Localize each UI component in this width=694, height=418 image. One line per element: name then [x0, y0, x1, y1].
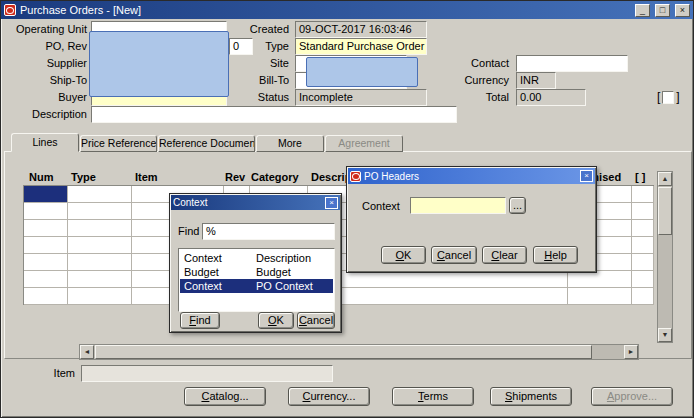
column-header-rev: Rev	[225, 171, 245, 183]
scroll-left-icon[interactable]: ◄	[80, 345, 94, 359]
redacted-region	[306, 57, 418, 87]
table-cell[interactable]	[68, 203, 132, 220]
contact-field[interactable]	[516, 55, 628, 72]
table-cell[interactable]	[632, 186, 654, 203]
tab-reference-documents[interactable]: Reference Documents	[158, 135, 255, 152]
table-cell[interactable]	[632, 220, 654, 237]
table-cell[interactable]	[308, 288, 568, 305]
table-cell[interactable]	[568, 288, 632, 305]
lov-list-header: Context Description	[180, 251, 333, 265]
cancel-button[interactable]: Cancel	[431, 246, 477, 264]
context-input[interactable]	[410, 197, 506, 214]
table-cell[interactable]	[24, 254, 68, 271]
table-cell[interactable]	[632, 237, 654, 254]
table-horizontal-scrollbar[interactable]: ◄ ►	[79, 344, 639, 360]
lov-ellipsis-button[interactable]: ...	[509, 197, 526, 214]
redacted-region	[89, 31, 229, 97]
column-header-category: Category	[251, 171, 299, 183]
table-cell[interactable]	[68, 288, 132, 305]
lov-cancel-button[interactable]: Cancel	[297, 312, 335, 329]
description-field[interactable]	[91, 106, 457, 123]
lov-list[interactable]: Context Description Budget Budget Contex…	[178, 248, 335, 312]
context-dialog-title: Context	[173, 197, 322, 208]
table-cell[interactable]	[24, 237, 68, 254]
column-header-num: Num	[29, 171, 53, 183]
table-cell[interactable]	[24, 271, 68, 288]
close-icon[interactable]: ×	[675, 4, 690, 17]
po-headers-dialog-titlebar[interactable]: PO Headers ×	[348, 168, 595, 184]
lov-row-context-selected[interactable]: Context PO Context	[180, 279, 333, 293]
table-cell[interactable]	[24, 220, 68, 237]
ok-button[interactable]: OK	[381, 246, 426, 264]
table-cell[interactable]	[632, 271, 654, 288]
terms-button[interactable]: Terms	[392, 387, 474, 406]
close-icon[interactable]: ×	[580, 170, 593, 182]
item-label: Item	[29, 365, 75, 382]
po-headers-dialog: PO Headers × Context ... OK Cancel Clear…	[346, 166, 597, 273]
lov-cell: Budget	[256, 265, 291, 279]
po-rev-label: PO, Rev	[3, 38, 87, 55]
table-cell[interactable]	[24, 203, 68, 220]
supplier-label: Supplier	[3, 55, 87, 72]
help-button[interactable]: Help	[533, 246, 578, 264]
catalog-button[interactable]: Catalog...	[184, 387, 266, 406]
item-field[interactable]	[81, 365, 333, 382]
currency-button[interactable]: Currency...	[288, 387, 370, 406]
table-vertical-scrollbar[interactable]: ▲ ▼	[657, 171, 673, 343]
tab-agreement[interactable]: Agreement	[325, 135, 403, 152]
status-label: Status	[239, 89, 289, 106]
table-cell[interactable]	[68, 186, 132, 203]
header-flexfield-button[interactable]: [ ]	[657, 89, 680, 106]
created-label: Created	[239, 21, 289, 38]
table-cell[interactable]	[632, 203, 654, 220]
po-headers-dialog-title: PO Headers	[364, 171, 577, 182]
table-cell[interactable]	[632, 288, 654, 305]
currency-field: INR	[516, 72, 556, 89]
contact-label: Contact	[459, 55, 509, 72]
total-field: 0.00	[516, 89, 586, 106]
window-title: Purchase Orders - [New]	[20, 4, 630, 16]
lov-cell: Context	[184, 279, 222, 293]
currency-label: Currency	[459, 72, 509, 89]
table-cell[interactable]	[308, 271, 568, 288]
tab-lines[interactable]: Lines	[11, 133, 79, 152]
column-header-item: Item	[135, 171, 158, 183]
table-cell[interactable]	[68, 220, 132, 237]
table-cell[interactable]	[68, 254, 132, 271]
table-cell[interactable]	[68, 271, 132, 288]
horizontal-scrollbar-thumb[interactable]	[95, 345, 592, 359]
table-cell[interactable]	[68, 237, 132, 254]
tab-more[interactable]: More	[256, 135, 324, 152]
buyer-label: Buyer	[3, 89, 87, 106]
lov-header-context: Context	[184, 251, 222, 265]
focused-cell[interactable]	[24, 186, 68, 203]
scroll-right-icon[interactable]: ►	[624, 345, 638, 359]
scroll-down-icon[interactable]: ▼	[658, 328, 672, 342]
type-field[interactable]: Standard Purchase Order	[295, 38, 427, 55]
created-field: 09-OCT-2017 16:03:46	[295, 21, 427, 38]
shipments-button[interactable]: Shipments	[490, 387, 572, 406]
lov-ok-button[interactable]: OK	[258, 312, 294, 329]
clear-button[interactable]: Clear	[482, 246, 527, 264]
lov-cell: PO Context	[256, 279, 313, 293]
tab-price-reference[interactable]: Price Reference	[80, 135, 157, 152]
table-cell[interactable]	[24, 288, 68, 305]
close-icon[interactable]: ×	[325, 197, 338, 209]
table-cell[interactable]	[632, 254, 654, 271]
approve-button[interactable]: Approve...	[591, 387, 673, 406]
flexfield-box[interactable]	[662, 91, 674, 104]
scroll-up-icon[interactable]: ▲	[658, 172, 672, 186]
type-label: Type	[239, 38, 289, 55]
total-label: Total	[459, 89, 509, 106]
context-dialog-titlebar[interactable]: Context ×	[171, 195, 340, 210]
bracket-open: [	[657, 89, 660, 106]
restore-icon[interactable]: □	[655, 4, 670, 17]
vertical-scrollbar-thumb[interactable]	[658, 187, 672, 235]
lov-row-budget[interactable]: Budget Budget	[180, 265, 333, 279]
window-titlebar[interactable]: Purchase Orders - [New] _ □ ×	[1, 1, 693, 19]
table-cell[interactable]	[568, 271, 632, 288]
minimize-icon[interactable]: _	[635, 4, 650, 17]
bracket-close: ]	[676, 89, 679, 106]
find-button[interactable]: Find	[180, 312, 220, 329]
find-input[interactable]: %	[202, 223, 335, 240]
